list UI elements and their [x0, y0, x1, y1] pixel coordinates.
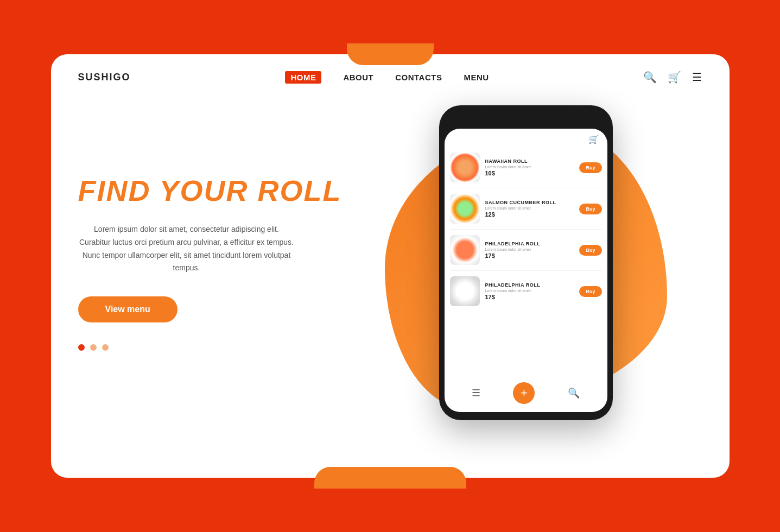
phone-add-button[interactable]: + [513, 382, 535, 404]
item-info-1: HAWAIIAN ROLL Lorem ipsum dolor sit amet… [485, 159, 574, 176]
phone-search-icon[interactable]: 🔍 [568, 387, 580, 399]
item-info-3: PHILADELPHIA ROLL Lorem ipsum dolor sit … [485, 241, 574, 259]
phone-screen: 🛒 HAWAIIAN ROLL Lorem ipsum dolor sit am… [445, 129, 607, 412]
view-menu-button[interactable]: View menu [78, 296, 177, 322]
pagination-dots [78, 344, 350, 351]
item-name-3: PHILADELPHIA ROLL [485, 241, 574, 246]
nav-links: HOME ABOUT CONTACTS MENU [285, 71, 489, 84]
item-desc-1: Lorem ipsum dolor sit amet [485, 165, 574, 169]
hero-description: Lorem ipsum dolor sit amet, consectetur … [78, 223, 295, 275]
search-icon[interactable]: 🔍 [643, 71, 657, 84]
item-desc-3: Lorem ipsum dolor sit amet [485, 248, 574, 251]
sushi-image-4 [450, 276, 480, 306]
sushi-image-2 [450, 194, 480, 224]
outer-wrapper: SUSHIGO HOME ABOUT CONTACTS MENU 🔍 🛒 ☰ F… [51, 43, 730, 489]
item-desc-4: Lorem ipsum dolor sit amet [485, 289, 574, 293]
nav-about[interactable]: ABOUT [343, 73, 373, 82]
item-price-2: 12$ [485, 211, 574, 218]
hamburger-icon[interactable]: ☰ [692, 71, 702, 84]
buy-button-3[interactable]: Buy [579, 245, 601, 256]
phone-menu-list: HAWAIIAN ROLL Lorem ipsum dolor sit amet… [445, 147, 607, 312]
phone-menu-icon[interactable]: ☰ [472, 387, 480, 399]
phone-app-header: 🛒 [445, 129, 607, 147]
phone-notch [504, 113, 548, 124]
item-info-2: SALMON CUCUMBER ROLL Lorem ipsum dolor s… [485, 200, 574, 218]
phone-mockup: 🛒 HAWAIIAN ROLL Lorem ipsum dolor sit am… [439, 105, 613, 420]
cart-icon[interactable]: 🛒 [668, 71, 681, 84]
dot-3[interactable] [102, 344, 109, 351]
nav-menu[interactable]: MENU [464, 73, 489, 82]
phone-cart-icon[interactable]: 🛒 [588, 135, 599, 144]
item-info-4: PHILADELPHIA ROLL Lorem ipsum dolor sit … [485, 282, 574, 300]
buy-button-4[interactable]: Buy [579, 286, 601, 297]
buy-button-1[interactable]: Buy [579, 162, 601, 173]
hero-right: 🛒 HAWAIIAN ROLL Lorem ipsum dolor sit am… [350, 105, 702, 420]
item-name-2: SALMON CUCUMBER ROLL [485, 200, 574, 205]
menu-item-row: SALMON CUCUMBER ROLL Lorem ipsum dolor s… [450, 188, 602, 230]
nav-icons: 🔍 🛒 ☰ [643, 71, 702, 84]
logo: SUSHIGO [78, 72, 131, 83]
nav-home[interactable]: HOME [285, 71, 321, 84]
navbar: SUSHIGO HOME ABOUT CONTACTS MENU 🔍 🛒 ☰ [51, 54, 730, 94]
hero-section: FIND YOUR ROLL Lorem ipsum dolor sit ame… [51, 94, 730, 442]
menu-item-row: PHILADELPHIA ROLL Lorem ipsum dolor sit … [450, 230, 602, 271]
dot-2[interactable] [90, 344, 97, 351]
hero-left: FIND YOUR ROLL Lorem ipsum dolor sit ame… [78, 175, 350, 351]
item-desc-2: Lorem ipsum dolor sit amet [485, 206, 574, 210]
sushi-image-1 [450, 153, 480, 182]
item-name-1: HAWAIIAN ROLL [485, 159, 574, 164]
item-price-4: 17$ [485, 294, 574, 300]
bottom-tab [314, 467, 466, 489]
item-price-3: 17$ [485, 252, 574, 259]
buy-button-2[interactable]: Buy [579, 204, 601, 214]
hero-title: FIND YOUR ROLL [78, 175, 350, 207]
menu-item-row: HAWAIIAN ROLL Lorem ipsum dolor sit amet… [450, 147, 602, 188]
nav-contacts[interactable]: CONTACTS [395, 73, 442, 82]
main-card: SUSHIGO HOME ABOUT CONTACTS MENU 🔍 🛒 ☰ F… [51, 54, 730, 478]
item-name-4: PHILADELPHIA ROLL [485, 282, 574, 288]
phone-bottom-nav: ☰ + 🔍 [445, 379, 607, 407]
sushi-image-3 [450, 235, 480, 265]
item-price-1: 10$ [485, 170, 574, 176]
dot-1[interactable] [78, 344, 85, 351]
menu-item-row: PHILADELPHIA ROLL Lorem ipsum dolor sit … [450, 271, 602, 312]
